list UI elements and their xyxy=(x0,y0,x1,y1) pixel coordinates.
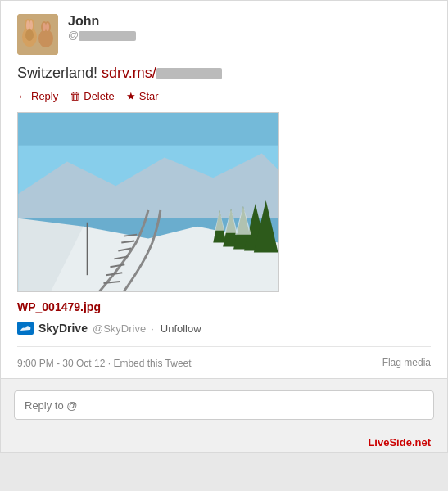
reply-area xyxy=(1,378,447,431)
tweet-time: 9:00 PM - 30 Oct 12 · Embed this Tweet xyxy=(17,358,192,369)
user-name[interactable]: John xyxy=(68,14,136,29)
tweet-header: John @ xyxy=(17,14,431,55)
star-button[interactable]: ★ Star xyxy=(126,90,159,102)
footer: LiveSide.net xyxy=(1,431,447,452)
delete-icon: 🗑 xyxy=(70,90,80,102)
reply-input[interactable] xyxy=(14,390,434,420)
liveside-brand: LiveSide.net xyxy=(368,436,434,448)
skydrive-separator: · xyxy=(151,322,154,335)
skydrive-icon xyxy=(17,322,34,335)
skydrive-handle: @SkyDrive xyxy=(93,322,146,335)
skydrive-name[interactable]: SkyDrive xyxy=(38,322,88,335)
tweet-text: Switzerland! sdrv.ms/ xyxy=(17,63,431,83)
avatar[interactable] xyxy=(17,14,58,55)
tweet-link[interactable]: sdrv.ms/ xyxy=(102,65,222,81)
tweet-image[interactable] xyxy=(17,112,279,292)
svg-point-10 xyxy=(43,23,46,31)
svg-point-7 xyxy=(38,29,53,47)
svg-point-4 xyxy=(26,20,29,30)
svg-rect-33 xyxy=(18,113,278,146)
unfollow-button[interactable]: Unfollow xyxy=(161,322,201,335)
tweet-actions: ← Reply 🗑 Delete ★ Star xyxy=(17,90,431,102)
tweet-meta: 9:00 PM - 30 Oct 12 · Embed this Tweet F… xyxy=(17,346,431,378)
tweet-meta-left: 9:00 PM - 30 Oct 12 · Embed this Tweet xyxy=(17,355,192,370)
user-handle: @ xyxy=(68,29,136,41)
svg-point-11 xyxy=(46,23,49,31)
tweet-card: John @ Switzerland! sdrv.ms/ ← Reply 🗑 D… xyxy=(0,0,448,453)
reply-icon: ← xyxy=(17,90,28,102)
delete-button[interactable]: 🗑 Delete xyxy=(70,90,115,102)
link-redacted xyxy=(156,68,222,79)
skydrive-row: SkyDrive @SkyDrive · Unfollow xyxy=(17,322,431,335)
svg-point-6 xyxy=(25,29,34,41)
star-icon: ★ xyxy=(126,90,136,102)
image-filename[interactable]: WP_001479.jpg xyxy=(17,300,431,313)
handle-redacted xyxy=(79,31,136,41)
flag-media-button[interactable]: Flag media xyxy=(382,357,431,368)
svg-point-5 xyxy=(29,20,33,30)
embed-tweet-link[interactable]: Embed this Tweet xyxy=(113,358,191,369)
reply-button[interactable]: ← Reply xyxy=(17,90,58,102)
user-info: John @ xyxy=(68,14,136,41)
